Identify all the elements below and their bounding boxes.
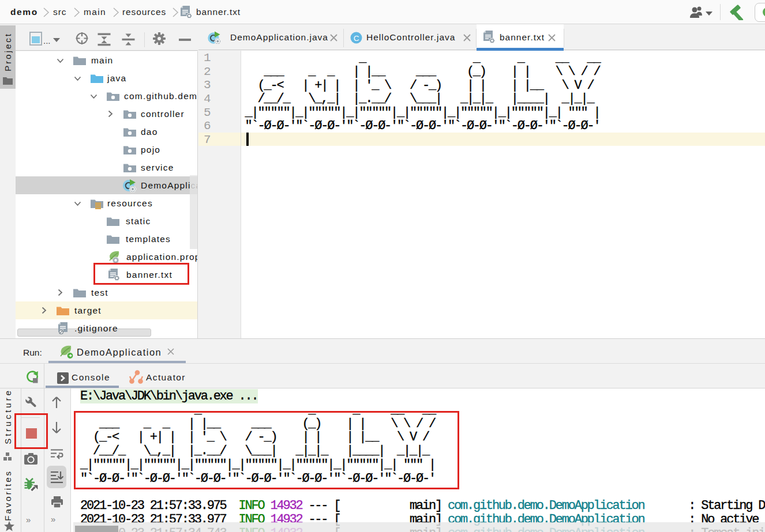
svg-text:C: C bbox=[354, 34, 359, 43]
